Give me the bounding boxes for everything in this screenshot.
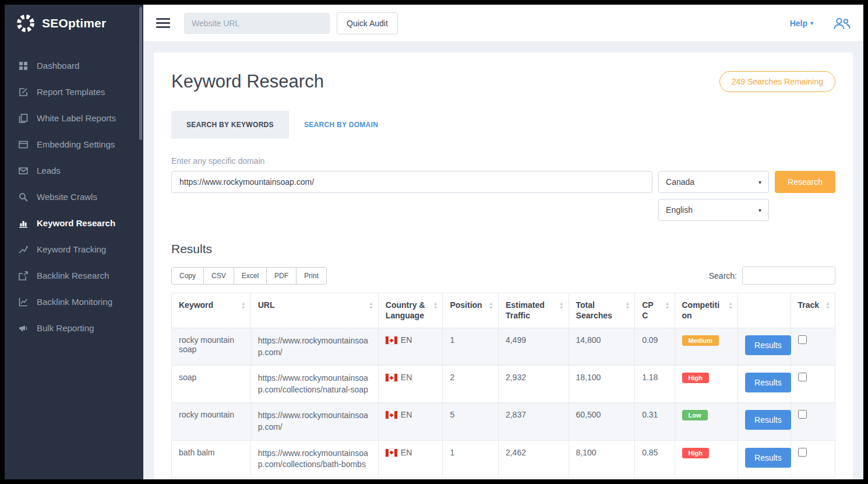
domain-input[interactable]: [171, 171, 652, 193]
sidebar-item-website-crawls[interactable]: Website Crawls: [5, 184, 143, 210]
trend-icon: [19, 245, 28, 254]
sidebar-item-embedding-settings[interactable]: Embedding Settings: [5, 131, 143, 157]
table-search-input[interactable]: [742, 266, 835, 285]
results-button[interactable]: Results: [745, 410, 791, 430]
traffic-cell: 4,499: [498, 328, 569, 366]
col-header-position[interactable]: Position▲▼: [443, 293, 499, 328]
language-select[interactable]: English ▾: [658, 199, 769, 221]
sidebar-item-label: Embedding Settings: [37, 139, 115, 149]
position-cell: 1: [443, 440, 499, 478]
sidebar-item-report-templates[interactable]: Report Templates: [5, 79, 143, 105]
dashboard-icon: [19, 61, 28, 71]
users-icon[interactable]: [833, 17, 851, 30]
sidebar-item-label: Backlink Research: [37, 271, 109, 280]
position-cell: 5: [443, 403, 499, 440]
bar-chart-icon: [19, 219, 28, 228]
sidebar-item-backlink-research[interactable]: Backlink Research: [5, 262, 143, 289]
sidebar-item-backlink-monitoring[interactable]: Backlink Monitoring: [5, 289, 143, 315]
results-button[interactable]: Results: [745, 373, 791, 392]
col-header-actions: [738, 293, 791, 328]
sidebar-item-keyword-tracking[interactable]: Keyword Tracking: [5, 236, 143, 262]
results-table: Keyword▲▼ URL▲▼ Country & Language▲▼ Pos…: [171, 293, 835, 478]
sort-icon: ▲▼: [241, 301, 246, 310]
track-checkbox[interactable]: [798, 335, 807, 344]
competition-cell: Low: [675, 403, 738, 440]
table-header-row: Keyword▲▼ URL▲▼ Country & Language▲▼ Pos…: [172, 293, 835, 328]
table-row: rocky mountain https://www.rockymountain…: [172, 403, 835, 440]
canada-flag-icon: [386, 411, 397, 419]
sort-icon: ▲▼: [825, 301, 830, 310]
tab-search-by-keywords[interactable]: SEARCH BY KEYWORDS: [171, 111, 289, 139]
traffic-cell: 2,462: [498, 440, 569, 478]
keyword-cell: rocky mountain soap: [172, 328, 251, 366]
website-url-input[interactable]: [184, 13, 330, 34]
language-select-value: English: [666, 205, 693, 215]
results-button[interactable]: Results: [745, 448, 791, 468]
megaphone-icon: [19, 324, 28, 333]
country-select[interactable]: Canada ▾: [658, 171, 769, 193]
copy-button[interactable]: Copy: [171, 267, 204, 285]
competition-badge: High: [682, 448, 709, 458]
sidebar-scrollbar-thumb[interactable]: [139, 7, 142, 140]
help-menu[interactable]: Help ▾: [790, 19, 813, 28]
search-icon: [19, 192, 28, 202]
line-chart-icon: [19, 297, 28, 307]
keyword-cell: soap: [172, 366, 251, 403]
searches-cell: 14,800: [569, 328, 635, 366]
action-cell: Results: [738, 328, 791, 366]
csv-button[interactable]: CSV: [203, 267, 234, 285]
tab-search-by-domain[interactable]: SEARCH BY DOMAIN: [289, 111, 393, 139]
print-button[interactable]: Print: [296, 267, 327, 285]
col-header-cpc[interactable]: CPC▲▼: [635, 293, 675, 328]
action-cell: Results: [738, 366, 791, 403]
sidebar-item-dashboard[interactable]: Dashboard: [5, 52, 143, 79]
research-button[interactable]: Research: [775, 171, 835, 193]
track-checkbox[interactable]: [798, 448, 807, 457]
excel-button[interactable]: Excel: [234, 267, 267, 285]
col-header-total-searches[interactable]: Total Searches▲▼: [569, 293, 635, 328]
sidebar-item-bulk-reporting[interactable]: Bulk Reporting: [5, 315, 143, 341]
track-checkbox[interactable]: [798, 410, 807, 419]
sidebar-nav: Dashboard Report Templates White Label R…: [5, 42, 143, 341]
col-header-track[interactable]: Track▲▼: [791, 293, 835, 328]
col-header-url[interactable]: URL▲▼: [250, 293, 378, 328]
competition-badge: High: [682, 373, 709, 383]
sidebar-item-label: Leads: [37, 166, 61, 176]
sort-icon: ▲▼: [559, 301, 564, 310]
country-select-value: Canada: [666, 177, 694, 187]
col-header-keyword[interactable]: Keyword▲▼: [172, 293, 251, 328]
app-window: SEOptimer Dashboard Report Templates Whi…: [5, 5, 863, 479]
sidebar-item-label: Bulk Reporting: [37, 323, 94, 333]
export-button-group: Copy CSV Excel PDF Print: [171, 267, 327, 285]
competition-cell: Medium: [675, 328, 738, 366]
hamburger-menu-icon[interactable]: [156, 18, 170, 28]
results-button[interactable]: Results: [745, 335, 791, 355]
searches-cell: 60,500: [569, 403, 635, 440]
sidebar-item-label: Dashboard: [37, 61, 79, 71]
pages-icon: [19, 114, 28, 123]
quick-audit-button[interactable]: Quick Audit: [337, 12, 398, 34]
col-header-estimated-traffic[interactable]: Estimated Traffic▲▼: [498, 293, 569, 328]
track-checkbox[interactable]: [798, 373, 807, 381]
pdf-button[interactable]: PDF: [266, 267, 297, 285]
sort-icon: ▲▼: [665, 301, 670, 310]
sidebar-item-keyword-research[interactable]: Keyword Research: [5, 210, 143, 236]
col-header-country-language[interactable]: Country & Language▲▼: [378, 293, 443, 328]
table-row: bath balm https://www.rockymountainsoap.…: [172, 440, 835, 478]
cpc-cell: 0.09: [635, 328, 675, 366]
position-cell: 2: [443, 366, 499, 403]
action-cell: Results: [738, 403, 791, 440]
sidebar-item-white-label-reports[interactable]: White Label Reports: [5, 105, 143, 131]
sidebar-item-label: Backlink Monitoring: [37, 297, 112, 307]
sidebar-item-leads[interactable]: Leads: [5, 157, 143, 184]
table-row: rocky mountain soap https://www.rockymou…: [172, 328, 835, 366]
results-title: Results: [171, 242, 835, 256]
col-header-competition[interactable]: Competition▲▼: [675, 293, 738, 328]
searches-cell: 18,100: [569, 366, 635, 403]
chevron-down-icon: ▾: [758, 207, 761, 213]
sidebar-item-label: Keyword Tracking: [37, 244, 106, 254]
table-row: soap https://www.rockymountainsoap.com/c…: [172, 366, 835, 403]
brand[interactable]: SEOptimer: [5, 5, 143, 42]
chevron-down-icon: ▾: [758, 179, 761, 185]
canada-flag-icon: [386, 449, 397, 457]
